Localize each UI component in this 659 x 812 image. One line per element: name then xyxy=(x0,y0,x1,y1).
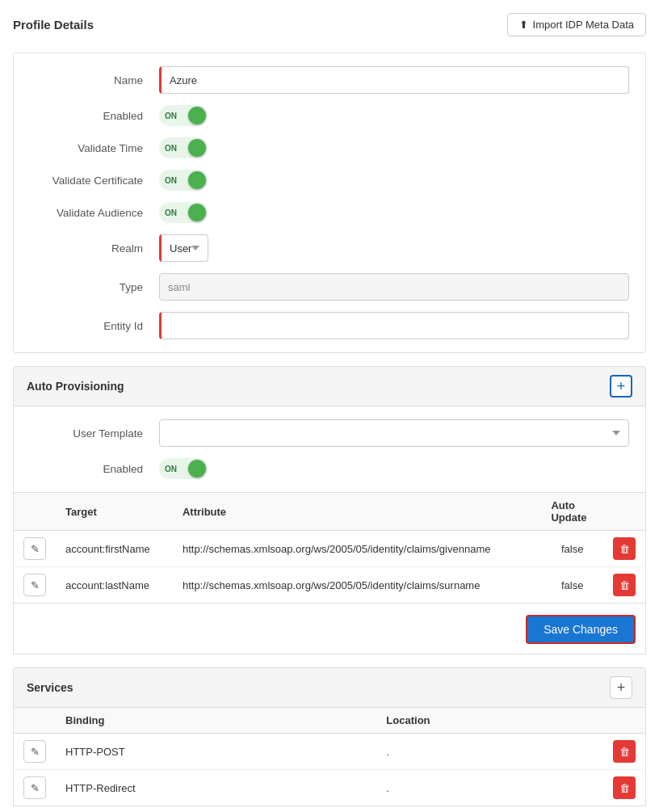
ap-delete-cell: 🗑 xyxy=(603,531,646,567)
ap-enabled-toggle[interactable]: ON xyxy=(159,458,208,479)
profile-details-form: Name Enabled ON Validate Time ON Validat… xyxy=(13,53,646,353)
svc-delete-button-0[interactable]: 🗑 xyxy=(613,740,636,763)
ap-auto-update-cell: false xyxy=(541,567,603,604)
entity-id-input[interactable] xyxy=(159,312,629,339)
type-input xyxy=(159,273,629,301)
enabled-label: Enabled xyxy=(30,110,159,122)
auto-provisioning-form: User Template Enabled ON xyxy=(13,406,646,493)
ap-table-row: ✎ account:lastName http://schemas.xmlsoa… xyxy=(14,567,646,604)
validate-certificate-row: Validate Certificate ON xyxy=(30,170,629,191)
auto-provisioning-table: Target Attribute AutoUpdate ✎ account:fi… xyxy=(13,493,646,604)
on-text-3: ON xyxy=(165,176,177,185)
col-auto-update: AutoUpdate xyxy=(541,493,603,531)
col-attribute: Attribute xyxy=(173,493,541,531)
ap-delete-button-1[interactable]: 🗑 xyxy=(613,574,636,596)
name-row: Name xyxy=(30,66,629,94)
services-table-row: ✎ HTTP-POST . 🗑 xyxy=(14,734,646,770)
svc-delete-button-1[interactable]: 🗑 xyxy=(613,776,636,799)
toggle-knob-5 xyxy=(188,460,206,478)
user-template-row: User Template xyxy=(30,419,629,447)
ap-target-cell: account:firstName xyxy=(56,531,173,567)
entity-id-label: Entity Id xyxy=(30,320,159,332)
services-col-delete xyxy=(603,708,646,734)
validate-time-toggle[interactable]: ON xyxy=(159,137,208,158)
ap-enabled-row: Enabled ON xyxy=(30,458,629,479)
validate-audience-toggle[interactable]: ON xyxy=(159,202,208,223)
services-col-binding: Binding xyxy=(56,708,376,734)
name-input[interactable] xyxy=(159,66,629,94)
realm-label: Realm xyxy=(30,242,159,255)
save-changes-row: Save Changes xyxy=(13,604,646,654)
plus-icon: + xyxy=(617,379,626,393)
services-col-actions xyxy=(14,708,57,734)
ap-edit-cell: ✎ xyxy=(14,567,57,604)
user-template-label: User Template xyxy=(30,427,159,440)
svc-delete-cell: 🗑 xyxy=(603,734,646,770)
col-actions xyxy=(14,493,57,531)
services-col-location: Location xyxy=(376,708,603,734)
auto-provisioning-header: Auto Provisioning + xyxy=(13,366,646,406)
import-idp-button[interactable]: ⬆ Import IDP Meta Data xyxy=(507,13,646,36)
svc-delete-cell: 🗑 xyxy=(603,770,646,806)
enabled-toggle[interactable]: ON xyxy=(159,105,208,126)
ap-target-cell: account:lastName xyxy=(56,567,173,604)
ap-edit-button-1[interactable]: ✎ xyxy=(23,574,46,596)
on-text-4: ON xyxy=(165,208,177,217)
toggle-knob-3 xyxy=(188,171,206,189)
page-title: Profile Details xyxy=(13,18,94,32)
name-label: Name xyxy=(30,74,159,86)
svc-binding-cell: HTTP-POST xyxy=(56,734,376,770)
toggle-knob xyxy=(188,107,206,124)
auto-provisioning-title: Auto Provisioning xyxy=(27,380,124,393)
services-header-row: Binding Location xyxy=(14,708,646,734)
services-table-row: ✎ HTTP-Redirect . 🗑 xyxy=(14,770,646,806)
save-changes-button[interactable]: Save Changes xyxy=(526,615,636,644)
ap-table-row: ✎ account:firstName http://schemas.xmlso… xyxy=(14,531,646,567)
validate-audience-row: Validate Audience ON xyxy=(30,202,629,223)
services-add-button[interactable]: + xyxy=(610,676,632,699)
toggle-knob-2 xyxy=(188,139,206,157)
auto-provisioning-add-button[interactable]: + xyxy=(610,375,632,398)
type-label: Type xyxy=(30,281,159,293)
validate-certificate-toggle[interactable]: ON xyxy=(159,170,208,191)
svc-edit-button-1[interactable]: ✎ xyxy=(23,776,46,799)
validate-certificate-label: Validate Certificate xyxy=(30,175,159,187)
enabled-row: Enabled ON xyxy=(30,105,629,126)
ap-auto-update-cell: false xyxy=(541,531,603,567)
svc-location-cell: . xyxy=(376,770,603,806)
ap-delete-cell: 🗑 xyxy=(603,567,646,604)
on-text-2: ON xyxy=(165,144,177,153)
on-text: ON xyxy=(165,111,177,120)
svc-edit-cell: ✎ xyxy=(14,734,57,770)
page-header: Profile Details ⬆ Import IDP Meta Data xyxy=(13,13,646,36)
col-delete xyxy=(603,493,646,531)
svc-location-cell: . xyxy=(376,734,603,770)
entity-id-row: Entity Id xyxy=(30,312,629,339)
type-row: Type xyxy=(30,273,629,301)
svc-binding-cell: HTTP-Redirect xyxy=(56,770,376,806)
ap-edit-button-0[interactable]: ✎ xyxy=(23,537,46,560)
validate-time-row: Validate Time ON xyxy=(30,137,629,158)
ap-delete-button-0[interactable]: 🗑 xyxy=(613,537,636,560)
table-header-row: Target Attribute AutoUpdate xyxy=(14,493,646,531)
ap-attribute-cell: http://schemas.xmlsoap.org/ws/2005/05/id… xyxy=(173,567,541,604)
on-text-5: ON xyxy=(165,465,177,473)
ap-edit-cell: ✎ xyxy=(14,531,57,567)
validate-time-label: Validate Time xyxy=(30,142,159,154)
upload-icon: ⬆ xyxy=(519,19,528,31)
ap-enabled-label: Enabled xyxy=(30,463,159,475)
realm-row: Realm User Admin xyxy=(30,234,629,262)
user-template-select[interactable] xyxy=(159,419,629,447)
services-table: Binding Location ✎ HTTP-POST . 🗑 ✎ HTTP-… xyxy=(13,708,646,806)
toggle-knob-4 xyxy=(188,204,206,221)
services-plus-icon: + xyxy=(617,680,626,695)
validate-audience-label: Validate Audience xyxy=(30,207,159,219)
col-target: Target xyxy=(56,493,173,531)
services-title: Services xyxy=(27,681,73,694)
ap-attribute-cell: http://schemas.xmlsoap.org/ws/2005/05/id… xyxy=(173,531,541,567)
realm-select[interactable]: User Admin xyxy=(162,234,208,262)
services-header: Services + xyxy=(13,667,646,708)
svc-edit-button-0[interactable]: ✎ xyxy=(23,740,46,763)
svc-edit-cell: ✎ xyxy=(14,770,57,806)
